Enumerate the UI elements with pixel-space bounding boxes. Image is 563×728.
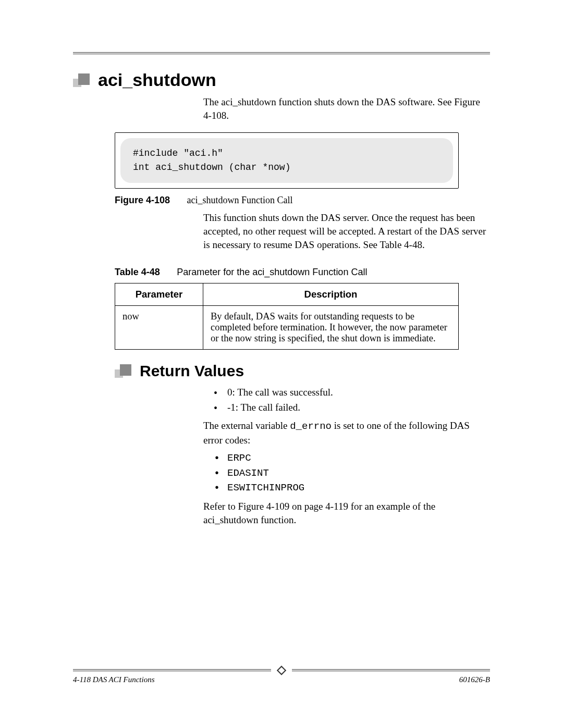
code-line: int aci_shutdown (char *now) bbox=[133, 162, 290, 172]
heading-bullet-icon bbox=[115, 364, 130, 378]
parameter-table: Parameter Description now By default, DA… bbox=[115, 283, 459, 350]
return-values-list: 0: The call was successful. -1: The call… bbox=[214, 385, 490, 415]
error-codes-list: ERPC EDASINT ESWITCHINPROG bbox=[214, 451, 490, 496]
list-item: -1: The call failed. bbox=[214, 400, 490, 415]
top-rule bbox=[73, 52, 490, 54]
heading-bullet-icon bbox=[73, 73, 89, 87]
page-content: aci_shutdown The aci_shutdown function s… bbox=[73, 52, 490, 530]
code-line: #include "aci.h" bbox=[133, 148, 223, 158]
figure-label: Figure 4-108 bbox=[115, 195, 170, 205]
footer-text: 4-118 DAS ACI Functions 601626-B bbox=[73, 675, 490, 684]
return-values-title: Return Values bbox=[140, 362, 244, 380]
table-header-row: Parameter Description bbox=[115, 283, 459, 306]
param-cell: now bbox=[115, 306, 203, 350]
section-title: aci_shutdown bbox=[98, 70, 216, 90]
list-item: EDASINT bbox=[214, 466, 490, 481]
list-item: 0: The call was successful. bbox=[214, 385, 490, 400]
table-header-description: Description bbox=[203, 283, 459, 306]
table-label: Table 4-48 bbox=[115, 267, 160, 277]
footer-right: 601626-B bbox=[459, 675, 490, 684]
table-header-parameter: Parameter bbox=[115, 283, 203, 306]
list-item: ERPC bbox=[214, 451, 490, 466]
code-block: #include "aci.h" int aci_shutdown (char … bbox=[120, 138, 453, 183]
desc-cell: By default, DAS waits for outstanding re… bbox=[203, 306, 459, 350]
inline-code: d_errno bbox=[290, 421, 332, 432]
footer-rule bbox=[73, 667, 490, 673]
errno-paragraph: The external variable d_errno is set to … bbox=[203, 419, 490, 447]
table-row: now By default, DAS waits for outstandin… bbox=[115, 306, 459, 350]
text-pre: The external variable bbox=[203, 420, 290, 431]
list-item: ESWITCHINPROG bbox=[214, 480, 490, 496]
table-caption: Table 4-48 Parameter for the aci_shutdow… bbox=[115, 267, 490, 278]
diamond-icon bbox=[277, 665, 286, 675]
table-caption-text: Parameter for the aci_shutdown Function … bbox=[177, 267, 367, 277]
page-footer: 4-118 DAS ACI Functions 601626-B bbox=[73, 667, 490, 684]
intro-paragraph: The aci_shutdown function shuts down the… bbox=[203, 95, 490, 122]
description-paragraph: This function shuts down the DAS server.… bbox=[203, 211, 490, 251]
footer-left: 4-118 DAS ACI Functions bbox=[73, 675, 155, 684]
closing-paragraph: Refer to Figure 4-109 on page 4-119 for … bbox=[203, 500, 490, 526]
code-figure-frame: #include "aci.h" int aci_shutdown (char … bbox=[115, 132, 459, 189]
figure-caption-text: aci_shutdown Function Call bbox=[187, 195, 293, 205]
section-heading: aci_shutdown bbox=[73, 70, 490, 90]
figure-caption: Figure 4-108 aci_shutdown Function Call bbox=[115, 195, 490, 206]
subsection-heading: Return Values bbox=[115, 362, 490, 380]
